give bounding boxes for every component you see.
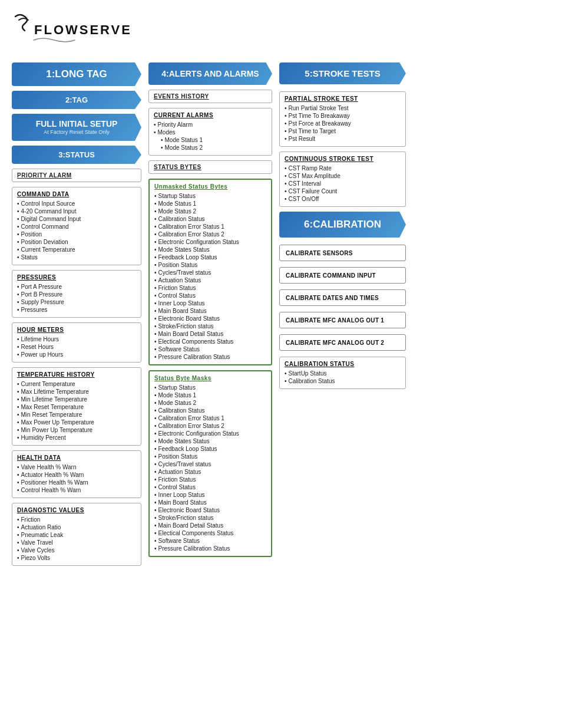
list-item: Friction Status (154, 284, 266, 292)
list-item: Pneumatic Leak (17, 531, 136, 539)
stroke-tests-banner[interactable]: 5:STROKE TESTS (279, 62, 406, 84)
pressures-section: PRESSURES Port A Pressure Port B Pressur… (12, 270, 141, 318)
list-item: Stroke/Friction status (154, 514, 266, 522)
list-item: Cycles/Travel status (154, 460, 266, 468)
list-item: Main Board Detail Status (154, 330, 266, 338)
list-item: Actuation Status (154, 276, 266, 284)
list-item: Lifetime Hours (17, 335, 136, 343)
list-item: Startup Status (154, 384, 266, 391)
list-item: Feedback Loop Status (154, 445, 266, 453)
list-item: Electronic Configuration Status (154, 430, 266, 437)
list-item: Modes (154, 129, 267, 136)
column-2: 4:ALERTS AND ALARMS EVENTS HISTORY CURRE… (148, 62, 272, 562)
partial-stroke-test-section: PARTIAL STROKE TEST Run Partial Stroke T… (279, 91, 406, 147)
list-item: Status (17, 253, 136, 261)
list-item: Position Status (154, 261, 266, 269)
list-item: Max Lifetime Temperature (17, 388, 136, 396)
list-item: Pressure Calibration Status (154, 545, 266, 552)
list-item: Min Power Up Temperature (17, 426, 136, 434)
list-item: Electronic Board Status (154, 315, 266, 322)
list-item: CST Failure Count (285, 187, 401, 195)
list-item: Digital Command Input (17, 215, 136, 223)
list-item: CST On/Off (285, 195, 401, 203)
health-data-header: HEALTH DATA (17, 454, 136, 461)
list-item: Mode States Status (154, 437, 266, 445)
alerts-alarms-banner[interactable]: 4:ALERTS AND ALARMS (148, 62, 272, 85)
list-item: Position Status (154, 453, 266, 460)
list-item: CST Ramp Rate (285, 164, 401, 172)
priority-alarm-box: PRIORITY ALARM (12, 169, 141, 182)
calibration-banner[interactable]: 6:CALIBRATION (279, 212, 406, 238)
calibrate-command-input-box[interactable]: CALIBRATE COMMAND INPUT (279, 267, 406, 284)
list-item: Calibration Status (154, 215, 266, 223)
list-item: Max Reset Temperature (17, 403, 136, 411)
list-item: CST Max Amplitude (285, 172, 401, 180)
list-item: 4-20 Command Input (17, 207, 136, 215)
list-item: Friction Status (154, 476, 266, 483)
temperature-history-section: TEMPERATURE HISTORY Current Temperature … (12, 367, 141, 446)
list-item: Main Board Detail Status (154, 522, 266, 529)
list-item: Pressures (17, 306, 136, 314)
list-item: Valve Health % Warn (17, 463, 136, 471)
column-1: 1:LONG TAG 2:TAG FULL INITIAL SETUP At F… (12, 62, 141, 571)
list-item: Pressure Calibration Status (154, 353, 266, 361)
list-item: Control Status (154, 292, 266, 299)
continuous-stroke-test-section: CONTINUOUS STROKE TEST CST Ramp Rate CST… (279, 151, 406, 207)
list-item: Min Reset Temperature (17, 411, 136, 419)
calibrate-dates-times-label: CALIBRATE DATES AND TIMES (286, 295, 379, 301)
list-item: Pst Time To Breakaway (285, 112, 401, 120)
full-initial-setup-banner[interactable]: FULL INITIAL SETUP At Factory Reset Stat… (12, 114, 141, 141)
current-alarms-header: CURRENT ALARMS (154, 112, 267, 118)
list-item: Port B Pressure (17, 291, 136, 298)
list-item: Pst Force at Breakaway (285, 120, 401, 127)
list-item: Port A Pressure (17, 283, 136, 291)
list-item: Calibration Status (285, 377, 401, 385)
list-item: Inner Loop Status (154, 491, 266, 499)
list-item: Max Power Up Temperature (17, 419, 136, 426)
calibrate-sensors-box[interactable]: CALIBRATE SENSORS (279, 245, 406, 261)
list-item: Power up Hours (17, 351, 136, 358)
calibrate-command-input-label: CALIBRATE COMMAND INPUT (286, 272, 376, 279)
list-item: Supply Pressure (17, 298, 136, 306)
list-item: Mode Status 2 (154, 207, 266, 215)
status-banner[interactable]: 3:STATUS (12, 146, 141, 164)
status-byte-masks-section: Status Byte Masks Startup Status Mode St… (148, 370, 272, 557)
list-item: Calibration Error Status 1 (154, 414, 266, 422)
unmasked-status-bytes-section: Unmasked Status Bytes Startup Status Mod… (148, 179, 272, 365)
command-data-header: COMMAND DATA (17, 191, 136, 197)
list-item: Current Temperature (17, 246, 136, 253)
logo-swoosh (31, 37, 78, 44)
long-tag-banner[interactable]: 1:LONG TAG (12, 62, 141, 86)
status-bytes-box: STATUS BYTES (148, 160, 272, 174)
list-item: Stroke/Friction status (154, 322, 266, 330)
calibrate-dates-times-box[interactable]: CALIBRATE DATES AND TIMES (279, 289, 406, 306)
list-item: Control Input Source (17, 200, 136, 207)
list-item: Reset Hours (17, 343, 136, 351)
list-item: Actuator Health % Warn (17, 471, 136, 479)
logo-brand: FLOWSERVE (34, 22, 132, 38)
calibration-status-section: CALIBRATION STATUS StartUp Status Calibr… (279, 357, 406, 389)
list-item: Humidity Percent (17, 434, 136, 442)
hour-meters-header: HOUR METERS (17, 327, 136, 333)
list-item: Startup Status (154, 192, 266, 200)
list-item: Actuation Status (154, 468, 266, 476)
list-item: Electronic Board Status (154, 506, 266, 514)
list-item: Electronic Configuration Status (154, 238, 266, 246)
health-data-section: HEALTH DATA Valve Health % Warn Actuator… (12, 450, 141, 498)
partial-stroke-header: PARTIAL STROKE TEST (285, 95, 401, 102)
list-item: Pst Result (285, 135, 401, 143)
list-item: Calibration Status (154, 407, 266, 414)
calibration-status-header: CALIBRATION STATUS (285, 361, 401, 367)
list-item: Mode States Status (154, 246, 266, 253)
list-item: Valve Cycles (17, 546, 136, 554)
command-data-section: COMMAND DATA Control Input Source 4-20 C… (12, 187, 141, 265)
list-item: Actuation Ratio (17, 523, 136, 531)
masks-header: Status Byte Masks (154, 375, 266, 381)
calibrate-mfc-analog-out-1-box[interactable]: CALIBRATE MFC ANALOG OUT 1 (279, 312, 406, 328)
unmasked-header: Unmasked Status Bytes (154, 183, 266, 190)
tag-banner[interactable]: 2:TAG (12, 91, 141, 109)
continuous-stroke-header: CONTINUOUS STROKE TEST (285, 156, 401, 162)
calibrate-mfc-analog-out-2-box[interactable]: CALIBRATE MFC ANALOG OUT 2 (279, 334, 406, 351)
list-item: Run Partial Stroke Test (285, 104, 401, 112)
list-item: Electical Components Status (154, 529, 266, 537)
